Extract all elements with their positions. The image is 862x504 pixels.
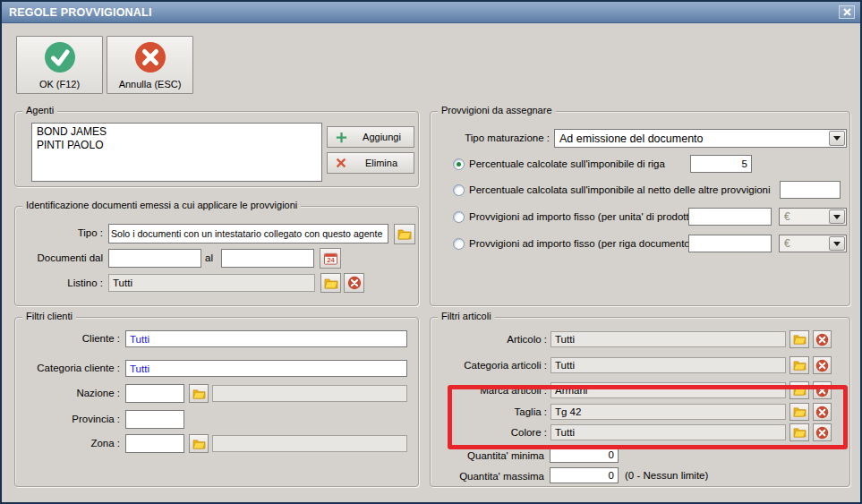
dropdown-arrow-icon[interactable] (829, 131, 845, 146)
importo-unita-field[interactable] (688, 208, 772, 226)
currency-symbol: € (780, 237, 828, 250)
documents-group: Identificazione documenti emessi a cui a… (14, 206, 419, 306)
cliente-field[interactable]: Tutti (125, 330, 407, 347)
categoria-articoli-clear-button[interactable] (813, 356, 832, 374)
zona-code-field[interactable] (125, 434, 184, 453)
taglia-field[interactable]: Tg 42 (550, 404, 786, 420)
articolo-field[interactable]: Tutti (550, 331, 786, 347)
cancel-button[interactable]: Annulla (ESC) (107, 36, 193, 94)
agents-group: Agenti BOND JAMES PINTI PAOLO Aggiungi E… (14, 111, 419, 187)
agents-listbox[interactable]: BOND JAMES PINTI PAOLO (31, 123, 322, 182)
client-filters-legend: Filtri clienti (22, 311, 76, 321)
radio-percentuale-riga[interactable] (453, 158, 465, 170)
close-button[interactable] (839, 5, 855, 19)
svg-text:24: 24 (327, 256, 335, 264)
documenti-dal-field[interactable] (108, 249, 201, 268)
radio-importo-unita-label: Provvigioni ad importo fisso (per unita'… (469, 211, 698, 222)
folder-icon (793, 385, 807, 396)
date-picker-button[interactable]: 24 (320, 248, 341, 269)
percentuale-netto-field[interactable] (780, 181, 841, 199)
marca-articoli-clear-button[interactable] (813, 381, 832, 399)
nazione-code-field[interactable] (125, 384, 184, 403)
clear-x-icon (815, 359, 829, 372)
provincia-field[interactable] (125, 410, 184, 429)
taglia-clear-button[interactable] (813, 403, 832, 421)
importo-riga-field[interactable] (688, 235, 772, 252)
tipo-label: Tipo : (15, 227, 103, 238)
clear-x-icon (815, 426, 829, 440)
documenti-dal-label: Documenti dal (15, 252, 103, 263)
marca-articoli-field[interactable]: Armani (550, 382, 786, 398)
zona-desc-field (212, 435, 407, 452)
article-filters-legend: Filtri articoli (438, 311, 495, 321)
nazione-label: Nazione : (15, 388, 120, 398)
tipo-field[interactable]: Solo i documenti con un intestatario col… (108, 224, 388, 243)
colore-clear-button[interactable] (813, 423, 832, 441)
titlebar: REGOLE PROVVIGIONALI (2, 2, 860, 23)
categoria-cliente-field[interactable]: Tutti (125, 360, 407, 377)
delete-agent-label: Elimina (356, 158, 406, 168)
add-agent-label: Aggiungi (357, 132, 406, 142)
folder-icon (192, 439, 206, 449)
listino-lookup-button[interactable] (320, 273, 341, 293)
nazione-desc-field (212, 385, 407, 402)
clear-x-icon (815, 406, 829, 419)
nazione-lookup-button[interactable] (189, 384, 209, 403)
zona-lookup-button[interactable] (189, 434, 209, 453)
importo-riga-currency-combo[interactable]: € (779, 235, 847, 252)
clear-x-icon (815, 384, 829, 397)
dropdown-arrow-icon[interactable] (829, 209, 845, 224)
cancel-x-icon (134, 41, 166, 73)
provvigioni-legend: Provvigioni da assegnare (438, 105, 556, 115)
folder-icon (793, 360, 807, 371)
radio-percentuale-netto[interactable] (453, 184, 465, 196)
agent-list-item[interactable]: PINTI PAOLO (37, 139, 317, 152)
documenti-al-field[interactable] (221, 249, 314, 268)
marca-articoli-lookup-button[interactable] (789, 381, 809, 399)
tipo-lookup-button[interactable] (394, 224, 415, 244)
clear-x-icon (815, 333, 829, 346)
al-label: al (205, 252, 219, 263)
cliente-label: Cliente : (15, 333, 120, 344)
ok-check-icon (44, 41, 76, 73)
importo-unita-currency-combo[interactable]: € (779, 208, 847, 226)
percentuale-riga-field[interactable]: 5 (690, 155, 752, 173)
articolo-clear-button[interactable] (813, 330, 832, 348)
ok-button[interactable]: OK (F12) (16, 36, 103, 94)
categoria-articoli-field[interactable]: Tutti (550, 357, 786, 373)
zona-label: Zona : (15, 438, 120, 448)
quantita-minima-field[interactable]: 0 (550, 447, 619, 463)
radio-importo-riga[interactable] (453, 238, 465, 250)
radio-percentuale-netto-label: Percentuale calcolata sull'imponibile al… (469, 184, 771, 195)
marca-articoli-label: Marca articoli : (431, 385, 547, 396)
categoria-articoli-lookup-button[interactable] (789, 356, 809, 374)
folder-icon (397, 228, 412, 240)
add-agent-button[interactable]: Aggiungi (327, 126, 414, 148)
listino-clear-button[interactable] (344, 273, 364, 293)
calendar-icon: 24 (323, 252, 338, 265)
categoria-articoli-label: Categoria articoli : (431, 360, 547, 371)
colore-field[interactable]: Tutti (550, 424, 786, 440)
regole-provvigionali-dialog: REGOLE PROVVIGIONALI OK (F12) Annulla (E… (0, 0, 862, 504)
colore-label: Colore : (431, 427, 547, 438)
dropdown-arrow-icon[interactable] (829, 236, 845, 251)
x-icon (335, 157, 347, 169)
listino-field[interactable]: Tutti (108, 274, 315, 292)
quantita-minima-label: Quantita' minima (431, 450, 544, 461)
taglia-lookup-button[interactable] (789, 403, 809, 421)
close-icon (843, 8, 851, 16)
agent-list-item[interactable]: BOND JAMES (37, 125, 317, 139)
articolo-lookup-button[interactable] (789, 330, 809, 348)
article-filters-group: Filtri articoli Articolo : Tutti Categor… (430, 317, 850, 487)
tipo-maturazione-combo[interactable]: Ad emissione del documento (554, 129, 847, 148)
currency-symbol: € (780, 210, 828, 223)
quantita-massima-field[interactable]: 0 (550, 467, 619, 483)
folder-icon (793, 334, 807, 345)
provincia-label: Provincia : (15, 414, 120, 424)
client-filters-group: Filtri clienti Cliente : Tutti Categoria… (14, 317, 419, 487)
colore-lookup-button[interactable] (789, 423, 809, 441)
quantita-massima-label: Quantita' massima (431, 471, 544, 482)
folder-icon (192, 389, 206, 399)
delete-agent-button[interactable]: Elimina (327, 152, 414, 174)
radio-importo-unita[interactable] (453, 211, 465, 223)
